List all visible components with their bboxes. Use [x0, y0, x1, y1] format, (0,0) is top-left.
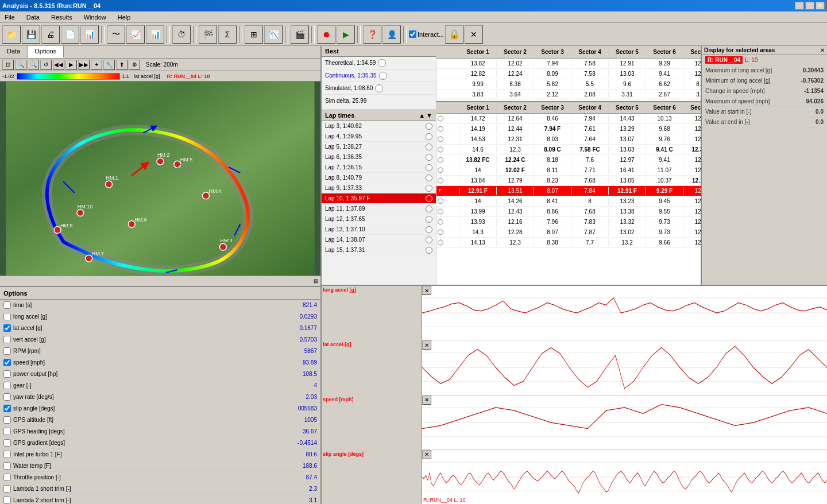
- lap-radio-2[interactable]: [438, 135, 443, 143]
- toolbar-close2-btn[interactable]: ✕: [465, 25, 483, 44]
- chart1-close-btn[interactable]: ✕: [422, 286, 431, 295]
- menu-data[interactable]: Data: [24, 13, 42, 22]
- laptime-row-6[interactable]: Lap 9, 1:37.33: [322, 183, 436, 193]
- laptime-radio-3[interactable]: [426, 154, 432, 161]
- option-check-17[interactable]: [3, 497, 11, 504]
- option-check-15[interactable]: [3, 474, 11, 481]
- option-check-12[interactable]: [3, 439, 11, 447]
- option-check-6[interactable]: [3, 370, 11, 378]
- lap-radio-9[interactable]: [438, 208, 443, 215]
- lap-data-row-11[interactable]: 14.312.288.077.8713.029.7312.483.63.7412…: [436, 227, 701, 238]
- lap-data-row-6[interactable]: 13.8412.798.237.6813.0510.3712.16 F3.473…: [436, 176, 701, 186]
- toolbar-grid-btn[interactable]: ⊞: [245, 25, 263, 44]
- lap-data-row-4[interactable]: 13.82 FC12.24 C8.187.612.979.4112.383.51…: [436, 155, 701, 165]
- laptime-radio-0[interactable]: [426, 123, 432, 130]
- laptime-row-1[interactable]: Lap 4, 1:39.95: [322, 131, 436, 142]
- menu-window[interactable]: Window: [82, 13, 109, 22]
- chart2-close-btn[interactable]: ✕: [422, 340, 431, 350]
- map-export-btn[interactable]: ⬆: [116, 60, 127, 70]
- laptime-radio-8[interactable]: [426, 206, 432, 212]
- laptime-radio-5[interactable]: [426, 175, 432, 181]
- toolbar-open-btn[interactable]: 📁: [2, 25, 21, 44]
- lap-radio-1[interactable]: [438, 125, 443, 133]
- map-next-btn[interactable]: ▶▶: [78, 60, 90, 70]
- toolbar-doc-btn[interactable]: 📄: [61, 25, 79, 44]
- laptime-radio-12[interactable]: [426, 247, 432, 254]
- lap-sector-rows[interactable]: 14.7212.648.467.9414.4310.1312.363.793.6…: [436, 114, 701, 285]
- toolbar-excel-btn[interactable]: 📊: [80, 25, 99, 44]
- laptime-radio-6[interactable]: [426, 185, 432, 192]
- laptime-radio-9[interactable]: [426, 216, 432, 223]
- lap-radio-11[interactable]: [438, 228, 443, 236]
- lap-radio-4[interactable]: [438, 156, 443, 164]
- lap-data-row-8[interactable]: 1414.268.41813.239.4512.813.883.7112.14: [436, 196, 701, 207]
- interact-checkbox[interactable]: [409, 30, 416, 38]
- map-zoom-in-btn[interactable]: 🔍: [15, 60, 26, 70]
- lap-radio-10[interactable]: [438, 218, 443, 226]
- map-zoom-out-btn[interactable]: 🔍: [28, 60, 39, 70]
- menu-help[interactable]: Help: [115, 13, 133, 22]
- laptime-radio-1[interactable]: [426, 133, 432, 140]
- laptime-row-3[interactable]: Lap 6, 1:36.35: [322, 152, 436, 162]
- map-tab-options[interactable]: Options: [28, 46, 64, 58]
- option-check-11[interactable]: [3, 428, 11, 435]
- laptime-row-10[interactable]: Lap 13, 1:37.10: [322, 224, 436, 235]
- map-prev-btn[interactable]: ◀◀: [53, 60, 64, 70]
- option-check-13[interactable]: [3, 451, 11, 458]
- toolbar-line-btn[interactable]: 📈: [126, 25, 145, 44]
- laptime-radio-11[interactable]: [426, 237, 432, 243]
- laptime-row-4[interactable]: Lap 7, 1:36.15: [322, 162, 436, 173]
- laptime-row-2[interactable]: Lap 5, 1:38.27: [322, 142, 436, 152]
- option-check-8[interactable]: [3, 393, 11, 401]
- laptime-row-9[interactable]: Lap 12, 1:37.65: [322, 214, 436, 224]
- option-check-0[interactable]: [3, 301, 11, 309]
- option-check-1[interactable]: [3, 313, 11, 320]
- lap-radio-0[interactable]: [438, 115, 443, 122]
- laptime-radio-10[interactable]: [426, 226, 432, 233]
- option-check-2[interactable]: [3, 324, 11, 332]
- lap-data-row-12[interactable]: 14.1312.38.387.713.29.6612.643.473.5812.…: [436, 238, 701, 248]
- map-settings-btn[interactable]: ⚙: [129, 60, 140, 70]
- lap-data-row-3[interactable]: 14.612.38.09 C7.58 FC13.039.41 C12.34 C3…: [436, 145, 701, 155]
- options-list[interactable]: time [s] 821.4 long accel [g] 0.0293 lat…: [0, 300, 320, 504]
- lap-radio-8[interactable]: [438, 197, 443, 205]
- toolbar-save-btn[interactable]: 💾: [22, 25, 40, 44]
- lap-radio-12[interactable]: [438, 239, 443, 246]
- laptime-radio-4[interactable]: [426, 164, 432, 171]
- laptime-row-12[interactable]: Lap 15, 1:37.31: [322, 245, 436, 255]
- map-mark-btn[interactable]: ✦: [91, 60, 102, 70]
- toolbar-curve-btn[interactable]: 〜: [107, 25, 125, 44]
- scroll-dn-arrow[interactable]: ▼: [426, 112, 432, 119]
- toolbar-lock-btn[interactable]: 🔒: [445, 25, 463, 44]
- option-check-16[interactable]: [3, 485, 11, 493]
- chart3-close-btn[interactable]: ✕: [422, 396, 431, 405]
- map-canvas[interactable]: HM:1 HM:2 HM:3 HM:4 HM:5 HM:6 HM:7 HM:8 …: [0, 82, 320, 276]
- maximize-btn[interactable]: □: [805, 2, 814, 10]
- lap-data-row-10[interactable]: 13.9312.167.967.8313.329.7312.593.583.59…: [436, 217, 701, 227]
- lap-data-row-5[interactable]: 1412.02 F8.117.7116.4111.0712.183.46 F3.…: [436, 165, 701, 176]
- lap-radio-6[interactable]: [438, 177, 443, 184]
- laptime-row-11[interactable]: Lap 14, 1:38.07: [322, 235, 436, 245]
- toolbar-bar-btn[interactable]: 📊: [146, 25, 164, 44]
- option-check-9[interactable]: [3, 405, 11, 412]
- laptime-row-0[interactable]: Lap 3, 1:40.62: [322, 121, 436, 131]
- toolbar-print-btn[interactable]: 🖨: [41, 25, 60, 44]
- option-check-5[interactable]: [3, 359, 11, 366]
- lap-data-row-1[interactable]: 14.1912.447.94 F7.6113.299.6812.843.73.7…: [436, 124, 701, 134]
- option-check-3[interactable]: [3, 336, 11, 343]
- map-zoom-fit-btn[interactable]: ⊡: [2, 60, 14, 70]
- toolbar-video-btn[interactable]: 🎬: [291, 25, 309, 44]
- option-check-7[interactable]: [3, 382, 11, 389]
- toolbar-help-btn[interactable]: ❓: [363, 25, 381, 44]
- best-circle-btn-2[interactable]: [375, 84, 383, 92]
- interact-check[interactable]: Interact...: [409, 30, 444, 38]
- map-tab-data[interactable]: Data: [0, 46, 28, 58]
- laptime-radio-2[interactable]: [426, 144, 432, 150]
- toolbar-play-btn[interactable]: ▶: [337, 25, 355, 44]
- laptime-row-8[interactable]: Lap 11, 1:37.89: [322, 204, 436, 214]
- chart4-close-btn[interactable]: ✕: [422, 450, 431, 459]
- menu-results[interactable]: Results: [49, 13, 75, 22]
- toolbar-sigma-btn[interactable]: Σ: [218, 25, 237, 44]
- best-circle-btn-0[interactable]: [378, 59, 386, 67]
- best-circle-btn-1[interactable]: [379, 72, 387, 80]
